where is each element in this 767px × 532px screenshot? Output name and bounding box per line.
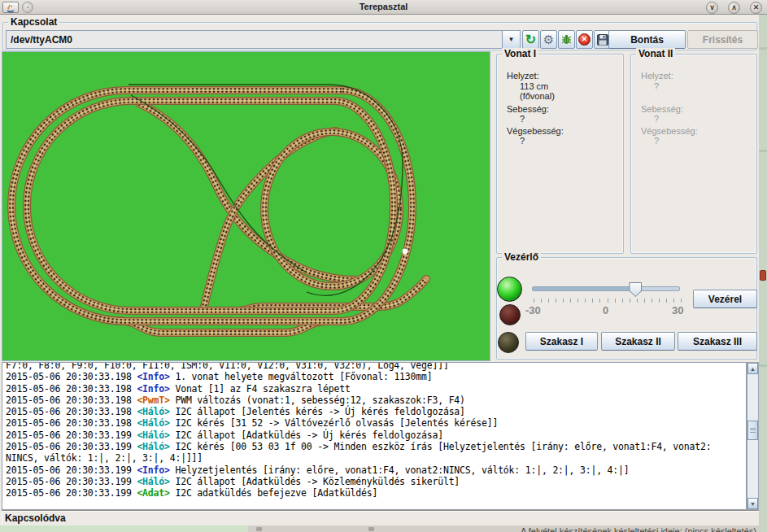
bug-icon xyxy=(560,33,573,46)
section-indicator-light xyxy=(498,332,519,353)
connection-status-text: Kapcsolódva xyxy=(5,512,66,524)
log-tag: <Háló> xyxy=(137,430,169,441)
train1-position-label: Helyzet: xyxy=(507,71,539,81)
train1-group-title: Vonat I xyxy=(502,48,538,59)
log-line: 2015-05-06 20:30:33.198 <PwmT> PWM válto… xyxy=(6,395,746,406)
background-window-icon xyxy=(368,527,374,531)
section2-button[interactable]: Szakasz II xyxy=(601,332,675,351)
refresh-list-button[interactable]: Frissítés xyxy=(687,30,758,49)
log-line: NINCS, váltók: 1:|, 2:|, 3:|, 4:|]]] xyxy=(6,452,746,464)
train2-position-label: Helyzet: xyxy=(641,71,673,81)
log-scrollbar[interactable]: ▲ ▼ xyxy=(747,362,759,510)
track-layout xyxy=(2,52,490,360)
train1-position-value: 113 cm xyxy=(520,81,548,91)
gear-icon: ⚙ xyxy=(543,33,554,46)
log-tag: <Adat> xyxy=(137,487,169,499)
slider-max-label: 30 xyxy=(672,304,683,316)
log-line: 2015-05-06 20:30:33.199 <Háló> I2C kérés… xyxy=(6,441,746,452)
log-line: F7:0, F8:0, F9:0, F10:0, F11:0, ISM:0, V… xyxy=(6,362,746,371)
slider-min-label: -30 xyxy=(525,304,541,316)
maximize-button[interactable]: ∧ xyxy=(728,2,740,14)
section3-button[interactable]: Szakasz III xyxy=(678,332,757,351)
train2-group: Vonat II Helyzet: ? Sebesség: ? Végsebes… xyxy=(630,54,757,254)
background-window-green-edge xyxy=(0,525,248,532)
train1-group: Vonat I Helyzet: 113 cm (fővonal) Sebess… xyxy=(496,54,624,254)
train-position-marker xyxy=(403,249,408,255)
speed-slider[interactable] xyxy=(532,286,680,291)
background-window-right-edge xyxy=(759,15,767,532)
log-tag: <PwmT> xyxy=(137,395,169,406)
train2-speed-value: ? xyxy=(654,114,659,124)
disconnect-button-label: Bontás xyxy=(630,34,664,46)
debug-button[interactable] xyxy=(558,30,575,49)
titlebar[interactable]: Terepasztal ∨ ∧ ✕ xyxy=(0,0,767,15)
train2-speed-label: Sebesség: xyxy=(641,104,683,114)
log-line: 2015-05-06 20:30:33.198 <Info> 1. vonat … xyxy=(6,371,746,382)
log-line: 2015-05-06 20:30:33.198 <Info> Vonat [1]… xyxy=(6,383,746,395)
log-tag: <Info> xyxy=(137,464,169,476)
save-icon xyxy=(597,34,608,46)
log-tag: <Háló> xyxy=(137,441,169,452)
power-indicator-light xyxy=(497,277,522,302)
log-tag: <Info> xyxy=(137,383,169,395)
control-button-label: Vezérel xyxy=(708,294,742,305)
log-panel[interactable]: F7:0, F8:0, F9:0, F10:0, F11:0, ISM:0, V… xyxy=(2,362,747,510)
background-window-bottom: A felvétel készítésének késleltetési ide… xyxy=(0,525,767,532)
train2-group-title: Vonat II xyxy=(636,48,675,59)
log-line: 2015-05-06 20:30:33.199 <Háló> I2C állap… xyxy=(6,430,746,441)
reconnect-button[interactable]: ↻ xyxy=(522,30,539,49)
log-tag: <Háló> xyxy=(137,476,169,487)
slider-tick-marks xyxy=(534,299,682,303)
section1-button[interactable]: Szakasz I xyxy=(525,332,598,351)
stop-button[interactable]: ✕ xyxy=(576,30,593,49)
log-tag: <Háló> xyxy=(137,417,169,429)
terepasztal-app: { "titlebar": { "title": "Terepasztal", … xyxy=(0,0,767,532)
train1-final-speed-label: Végsebesség: xyxy=(507,126,564,136)
track-board[interactable] xyxy=(2,51,490,361)
log-line: 2015-05-06 20:30:33.199 <Info> Helyzetje… xyxy=(6,464,746,476)
log-line: 2015-05-06 20:30:33.199 <Adat> I2C adatk… xyxy=(6,487,746,499)
minimize-button[interactable]: ∨ xyxy=(706,2,718,14)
scrollbar-grip xyxy=(750,428,756,434)
background-window-text: A felvétel készítésének késleltetési ide… xyxy=(521,526,756,532)
background-window-red-icon xyxy=(760,270,766,281)
train1-speed-value: ? xyxy=(520,114,525,124)
train1-speed-label: Sebesség: xyxy=(507,104,549,114)
log-line: 2015-05-06 20:30:33.199 <Háló> I2C állap… xyxy=(6,476,746,487)
train2-final-speed-label: Végsebesség: xyxy=(641,126,698,136)
window-title: Terepasztal xyxy=(0,2,767,11)
chevron-down-icon: ▼ xyxy=(508,36,515,43)
disconnect-button[interactable]: Bontás xyxy=(608,30,686,49)
slider-mid-label: 0 xyxy=(603,304,608,316)
scrollbar-thumb[interactable] xyxy=(747,421,758,440)
scroll-up-button[interactable]: ▲ xyxy=(747,363,758,374)
train1-position-extra: (fővonal) xyxy=(520,91,555,101)
control-button[interactable]: Vezérel xyxy=(693,290,757,308)
close-button[interactable]: ✕ xyxy=(750,2,762,14)
section3-button-label: Szakasz III xyxy=(693,336,742,347)
settings-button[interactable]: ⚙ xyxy=(540,30,557,49)
controller-group-title: Vezérlő xyxy=(502,251,541,263)
background-window-gray-edge: A felvétel készítésének késleltetési ide… xyxy=(248,525,767,532)
combobox-dropdown-button[interactable]: ▼ xyxy=(502,31,520,48)
figure-eight-tracks xyxy=(139,103,399,310)
scroll-down-button[interactable]: ▼ xyxy=(747,498,758,509)
status-bar: Kapcsolódva xyxy=(2,510,759,525)
refresh-list-button-label: Frissítés xyxy=(703,34,743,46)
section2-button-label: Szakasz II xyxy=(615,336,661,347)
train2-final-speed-value: ? xyxy=(654,136,659,146)
serial-port-input[interactable] xyxy=(7,31,503,48)
refresh-icon: ↻ xyxy=(525,33,536,46)
train2-position-value: ? xyxy=(654,81,659,91)
train1-final-speed-value: ? xyxy=(520,136,525,146)
section1-button-label: Szakasz I xyxy=(540,336,583,347)
log-lines: F7:0, F8:0, F9:0, F10:0, F11:0, ISM:0, V… xyxy=(2,362,746,499)
log-tag: <Info> xyxy=(137,371,169,382)
log-tag: <Háló> xyxy=(137,406,169,417)
log-line: 2015-05-06 20:30:33.198 <Háló> I2C állap… xyxy=(6,406,746,417)
connection-group-title: Kapcsolat xyxy=(8,16,59,28)
stop-icon: ✕ xyxy=(578,33,591,46)
serial-port-combobox[interactable]: ▼ xyxy=(6,30,521,49)
log-line: 2015-05-06 20:30:33.198 <Háló> I2C kérés… xyxy=(6,417,746,429)
error-indicator-light xyxy=(499,304,521,325)
